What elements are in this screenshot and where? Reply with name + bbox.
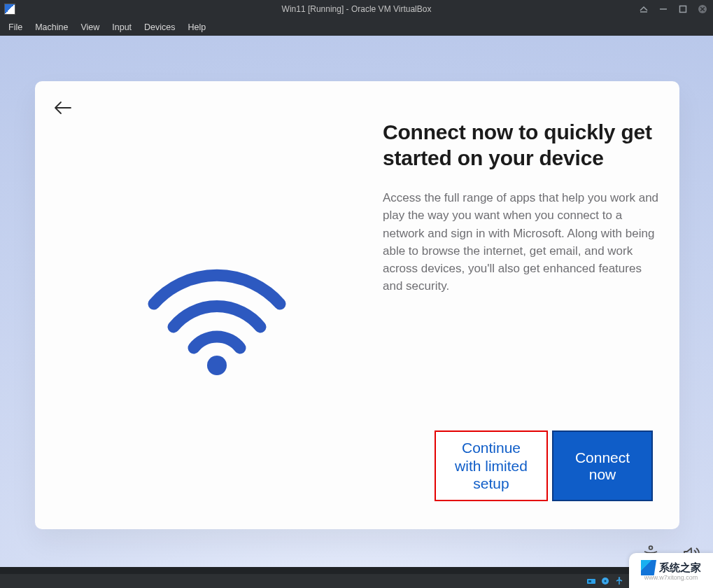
optical-disk-icon[interactable]: [600, 576, 611, 586]
svg-point-4: [207, 356, 227, 375]
vbox-titlebar: Win11 [Running] - Oracle VM VirtualBox: [0, 0, 713, 18]
vbox-statusbar: [0, 574, 713, 588]
menu-help[interactable]: Help: [183, 20, 212, 34]
page-description: Access the full range of apps that help …: [383, 189, 663, 295]
menu-input[interactable]: Input: [106, 20, 137, 34]
menu-file[interactable]: File: [3, 20, 28, 34]
wifi-illustration: [126, 253, 308, 393]
svg-point-5: [649, 546, 653, 550]
watermark-badge: 系统之家 www.w7xitong.com: [629, 553, 713, 588]
connect-now-button[interactable]: Connect now: [552, 430, 653, 501]
svg-rect-7: [588, 580, 591, 582]
menu-devices[interactable]: Devices: [139, 20, 181, 34]
back-button[interactable]: [50, 97, 76, 122]
svg-point-9: [605, 580, 607, 582]
watermark-logo-icon: [641, 560, 656, 575]
menu-machine[interactable]: Machine: [29, 20, 73, 34]
vbox-menubar: File Machine View Input Devices Help: [0, 18, 713, 36]
wifi-icon: [143, 265, 290, 380]
oobe-panel: Connect now to quickly get started on yo…: [35, 81, 679, 529]
watermark-title: 系统之家: [659, 561, 701, 575]
back-arrow-icon: [54, 100, 72, 118]
hard-disk-icon[interactable]: [586, 576, 597, 586]
guest-display: Connect now to quickly get started on yo…: [0, 36, 713, 567]
menu-view[interactable]: View: [75, 20, 105, 34]
continue-limited-setup-button[interactable]: Continue with limited setup: [435, 430, 548, 501]
oobe-content: Connect now to quickly get started on yo…: [383, 120, 663, 295]
action-row: Continue with limited setup Connect now: [435, 430, 653, 501]
svg-point-10: [619, 577, 620, 578]
page-title: Connect now to quickly get started on yo…: [383, 120, 663, 171]
window-title: Win11 [Running] - Oracle VM VirtualBox: [0, 4, 713, 14]
usb-icon[interactable]: [614, 576, 625, 586]
